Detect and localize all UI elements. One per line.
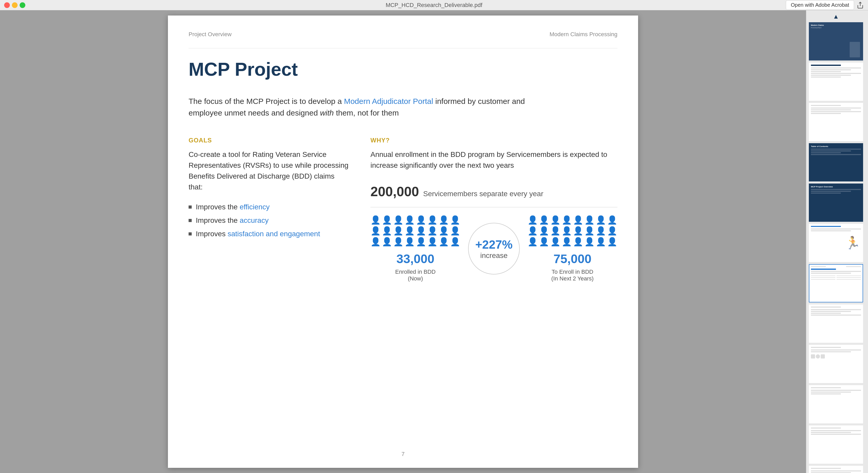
thumbnail-12[interactable]: 📄 [809,466,863,473]
thumb-10-line [811,393,841,394]
person-blue: 👤 [607,226,617,236]
person-gray: 👤 [607,215,617,225]
thumbnail-sidebar[interactable]: ▲ Modern Claims Processing Report [806,10,868,473]
thumb-5-title: MCP Project Overview [811,185,861,188]
page-title: MCP Project [189,59,617,80]
intro-text-end: them, not for them [334,109,399,117]
accuracy-link[interactable]: accuracy [240,216,269,224]
person-gray: 👤 [370,215,381,225]
thumbnail-3[interactable] [809,103,863,141]
thumb-7-cols [811,275,861,280]
thumbnail-8[interactable] [809,304,863,343]
thumbnail-9[interactable] [809,345,863,383]
stats-header: 200,000 Servicemembers separate every ye… [370,184,617,199]
thumb-3-line [811,105,841,106]
thumb-7-line [811,275,835,276]
thumbnail-7[interactable] [809,264,863,302]
thumb-12-line [811,468,841,469]
thumbnail-5[interactable]: MCP Project Overview [809,183,863,222]
thumbnail-6[interactable]: 🏃 [809,224,863,262]
two-column-layout: GOALS Co-create a tool for Rating Vetera… [189,137,617,282]
thumb-8-line [811,315,861,316]
person-blue: 👤 [550,226,561,236]
page-header-left: Project Overview [189,31,231,38]
thumb-10-inner [809,386,863,423]
titlebar-actions: Open with Adobe Acrobat [786,0,864,10]
close-button[interactable]: ✕ [4,2,10,8]
minimize-button[interactable]: − [12,2,18,8]
thumb-1-title: Modern Claims [811,24,861,26]
left-sublabel: Enrolled in BDD (Now) [395,269,436,282]
person-blue: 👤 [607,237,617,246]
bullet-square-2 [189,219,192,222]
modern-adjudicator-link[interactable]: Modern Adjudicator Portal [344,97,433,106]
thumbnail-2[interactable] [809,63,863,101]
thumb-2-line [811,73,861,74]
thumbnail-10[interactable] [809,385,863,423]
open-acrobat-button[interactable]: Open with Adobe Acrobat [786,0,854,10]
person-gray: 👤 [427,215,438,225]
thumb-10-line [811,390,861,391]
goals-description: Co-create a tool for Rating Veteran Serv… [189,149,350,193]
thumb-7-right [846,266,861,267]
thumb-5-line [811,191,851,192]
person-gray: 👤 [450,226,460,236]
person-gray: 👤 [382,226,392,236]
bullet-satisfaction-text: Improves satisfaction and engagement [196,230,320,238]
window-controls[interactable]: ✕ − + [4,2,25,8]
thumb-3-line [811,111,861,112]
thumb-7-line [811,279,835,280]
thumb-7-line [836,275,861,276]
thumb-8-line [811,313,841,314]
person-gray: 👤 [596,215,606,225]
person-gray: 👤 [539,215,549,225]
thumbnail-1[interactable]: Modern Claims Processing Report [809,22,863,60]
person-blue: 👤 [370,237,381,246]
thumb-9-inner [809,345,863,383]
right-count: 75,000 [554,252,592,266]
thumbnail-11[interactable] [809,425,863,464]
intro-paragraph: The focus of the MCP Project is to devel… [189,95,550,119]
bullet-square-3 [189,232,192,235]
right-sublabel-line2: (In Next 2 Years) [551,275,594,282]
servicemembers-label: Servicemembers separate every year [423,190,543,198]
right-sublabel: To Enroll in BDD (In Next 2 Years) [551,269,594,282]
thumb-7-line [836,277,861,278]
bullet-efficiency: Improves the efficiency [189,203,350,211]
thumb-7-line [811,273,851,274]
pdf-viewer[interactable]: Project Overview Modern Claims Processin… [0,10,806,473]
thumb-9-icon [816,354,820,358]
thumb-4-title: Table of Contents [811,145,861,148]
thumb-7-title-line [811,269,836,270]
person-blue: 👤 [550,237,561,246]
left-sublabel-line1: Enrolled in BDD [395,269,436,275]
thumb-11-line [811,427,841,428]
satisfaction-link[interactable]: satisfaction and engagement [227,230,320,238]
bullet-accuracy-text: Improves the accuracy [196,216,269,225]
gray-people-grid: 👤 👤 👤 👤 👤 👤 👤 👤 👤 👤 👤 [370,215,460,246]
person-blue: 👤 [539,226,549,236]
share-icon[interactable] [857,2,864,9]
thumb-2-line [811,67,861,68]
thumb-11-line [811,432,851,433]
person-gray: 👤 [393,215,404,225]
thumb-2-inner [809,63,863,100]
person-gray: 👤 [405,215,415,225]
thumb-2-line [811,65,841,66]
person-blue: 👤 [584,226,595,236]
efficiency-link[interactable]: efficiency [240,203,270,211]
thumb-4-line [811,154,861,155]
thumb-6-line [811,226,841,227]
why-column: WHY? Annual enrollment in the BDD progra… [370,137,617,282]
thumb-4-line [811,152,841,153]
why-label: WHY? [370,137,617,144]
thumbnail-4[interactable]: Table of Contents [809,143,863,181]
scroll-up-arrow[interactable]: ▲ [809,13,863,20]
thumb-9-line [811,347,841,348]
stats-divider [370,207,617,207]
thumb-8-line [811,309,861,310]
thumb-9-line [811,350,861,351]
person-blue: 👤 [450,237,460,246]
page-header-right: Modern Claims Processing [550,31,617,38]
maximize-button[interactable]: + [20,2,25,8]
